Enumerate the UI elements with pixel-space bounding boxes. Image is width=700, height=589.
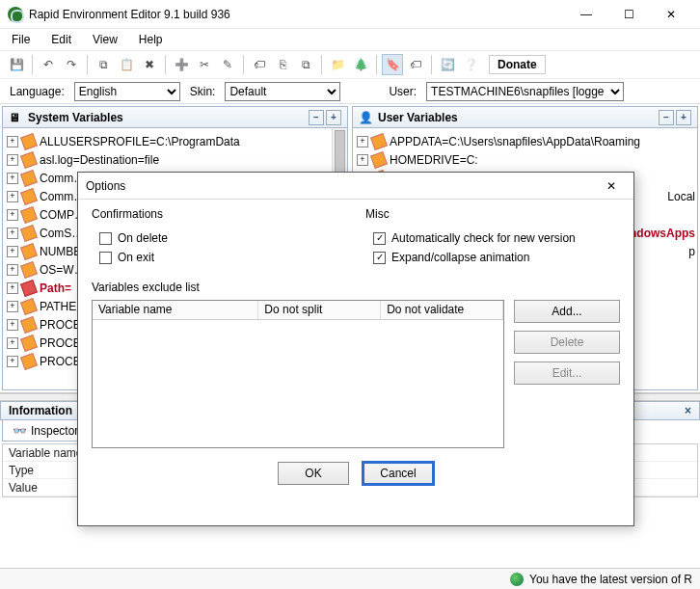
delete-button[interactable]: Delete	[514, 331, 620, 354]
confirmations-group: Confirmations On delete On exit	[92, 207, 346, 267]
checkbox-icon	[99, 232, 112, 245]
misc-group: Misc ✓Automatically check for new versio…	[365, 207, 620, 267]
tag-icon	[20, 243, 38, 260]
expand-icon[interactable]: +	[7, 228, 18, 239]
properties-icon[interactable]: ⧉	[295, 54, 316, 75]
on-delete-checkbox[interactable]: On delete	[99, 228, 346, 248]
undo-icon[interactable]: ↶	[38, 54, 59, 75]
tag-icon	[20, 151, 38, 169]
exclude-listbox[interactable]: Variable name Do not split Do not valida…	[92, 300, 504, 448]
edit-icon[interactable]: ✎	[217, 54, 238, 75]
inspector-tab-label: Inspector	[31, 424, 78, 438]
node-label: Local	[667, 190, 695, 203]
auto-check-label: Automatically check for new version	[391, 231, 576, 245]
node-label: APPDATA=C:\Users\snapfiles\AppData\Roami…	[390, 135, 640, 148]
expand-icon[interactable]: +	[7, 154, 18, 166]
save-icon[interactable]: 💾	[6, 54, 27, 75]
separator	[243, 55, 244, 74]
expand-icon[interactable]: +	[357, 136, 368, 147]
tag-icon[interactable]: 🏷	[249, 54, 270, 75]
folder-icon[interactable]: 📁	[327, 54, 348, 75]
skin-select[interactable]: Default	[225, 82, 340, 101]
language-label: Language:	[10, 85, 65, 98]
col-variable-name[interactable]: Variable name	[93, 301, 258, 319]
cancel-button[interactable]: Cancel	[363, 462, 434, 485]
dialog-close-button[interactable]: ✕	[597, 175, 626, 197]
close-button[interactable]: ✕	[650, 0, 692, 29]
collapse-button[interactable]: −	[659, 110, 674, 125]
expand-icon[interactable]: +	[7, 301, 18, 312]
expand-icon[interactable]: +	[7, 246, 18, 257]
add-button[interactable]: Add...	[514, 300, 620, 323]
expand-icon[interactable]: +	[7, 173, 18, 184]
tag-icon	[20, 335, 38, 352]
auto-check-checkbox[interactable]: ✓Automatically check for new version	[373, 228, 620, 248]
user-label: User:	[389, 85, 417, 98]
expand-icon[interactable]: +	[7, 136, 18, 147]
inspector-tab[interactable]: 👓 Inspector	[2, 420, 89, 442]
expand-icon[interactable]: +	[7, 356, 18, 367]
animation-checkbox[interactable]: ✓Expand/collapse animation	[373, 248, 620, 267]
tree-node[interactable]: +asl.log=Destination=file	[5, 150, 345, 169]
ok-button[interactable]: OK	[278, 462, 349, 485]
donate-button[interactable]: Donate	[489, 55, 546, 74]
dialog-title: Options	[86, 179, 597, 193]
col-do-not-split[interactable]: Do not split	[258, 301, 381, 319]
help-icon[interactable]: ❔	[460, 54, 481, 75]
expand-icon[interactable]: +	[7, 264, 18, 276]
node-label: HOMEDRIVE=C:	[390, 153, 478, 167]
paste-icon[interactable]: 📋	[116, 54, 137, 75]
expand-button[interactable]: +	[326, 110, 341, 125]
expand-icon[interactable]: +	[7, 337, 18, 349]
refresh-icon[interactable]: 🔄	[437, 54, 458, 75]
user-icon: 👤	[359, 111, 372, 124]
tree-icon[interactable]: 🌲	[350, 54, 371, 75]
menu-help[interactable]: Help	[135, 31, 167, 48]
filter-icon[interactable]: 🔖	[382, 54, 403, 75]
tree-node[interactable]: +HOMEDRIVE=C:	[355, 150, 695, 169]
delete-icon[interactable]: ✖	[139, 54, 160, 75]
insert-icon[interactable]: ⎘	[272, 54, 293, 75]
redo-icon[interactable]: ↷	[61, 54, 82, 75]
tree-node[interactable]: +APPDATA=C:\Users\snapfiles\AppData\Roam…	[355, 132, 695, 150]
copy-icon[interactable]: ⧉	[93, 54, 114, 75]
separator	[165, 55, 166, 74]
label-icon[interactable]: 🏷	[405, 54, 426, 75]
user-select[interactable]: TESTMACHINE6\snapfiles [logge	[426, 82, 624, 101]
separator	[87, 55, 88, 74]
user-panel-title: User Variables	[378, 111, 458, 124]
language-select[interactable]: English	[74, 82, 180, 101]
expand-icon[interactable]: +	[7, 191, 18, 202]
tag-icon	[20, 225, 38, 242]
tree-node[interactable]: +ALLUSERSPROFILE=C:\ProgramData	[5, 132, 345, 150]
col-do-not-validate[interactable]: Do not validate	[381, 301, 503, 319]
edit-button[interactable]: Edit...	[514, 361, 620, 385]
checkbox-icon: ✓	[373, 252, 386, 264]
menu-view[interactable]: View	[89, 31, 121, 48]
on-exit-checkbox[interactable]: On exit	[99, 248, 346, 267]
cut-icon[interactable]: ✂	[194, 54, 215, 75]
tag-icon	[370, 151, 388, 169]
minimize-button[interactable]: —	[565, 0, 607, 29]
add-icon[interactable]: ➕	[171, 54, 192, 75]
on-delete-label: On delete	[118, 231, 168, 245]
tag-icon	[20, 316, 38, 334]
maximize-button[interactable]: ☐	[607, 0, 650, 29]
menu-edit[interactable]: Edit	[47, 31, 75, 48]
tag-icon	[20, 188, 38, 205]
globe-icon	[510, 573, 524, 586]
info-close-icon[interactable]: ×	[685, 404, 691, 417]
menu-file[interactable]: File	[8, 31, 34, 48]
settings-row: Language: English Skin: Default User: TE…	[0, 79, 700, 104]
collapse-button[interactable]: −	[309, 110, 324, 125]
expand-icon[interactable]: +	[7, 282, 18, 294]
exclude-list-label: Variables exclude list	[92, 281, 620, 294]
separator	[32, 55, 33, 74]
expand-icon[interactable]: +	[7, 209, 18, 221]
tag-icon	[20, 206, 38, 224]
tag-icon	[370, 133, 388, 150]
expand-button[interactable]: +	[676, 110, 691, 125]
expand-icon[interactable]: +	[357, 154, 368, 166]
tag-icon	[20, 353, 38, 370]
expand-icon[interactable]: +	[7, 319, 18, 331]
